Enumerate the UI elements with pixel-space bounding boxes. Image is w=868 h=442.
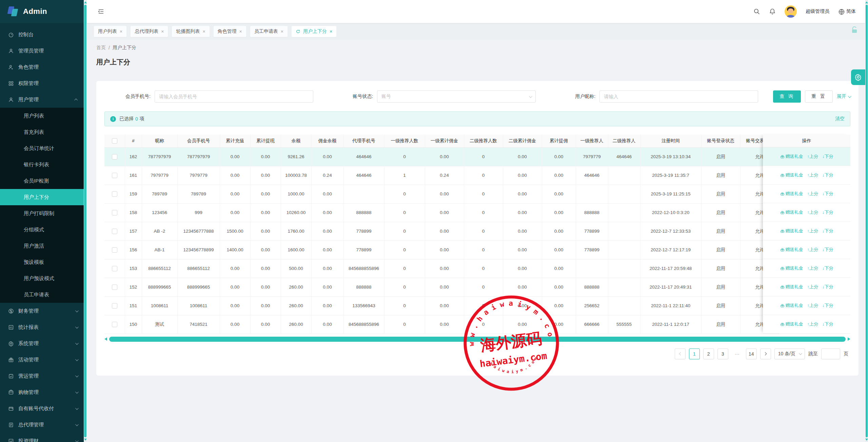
close-icon[interactable]: × bbox=[120, 29, 122, 34]
row-checkbox[interactable] bbox=[112, 210, 117, 215]
submenu-item-2[interactable]: 会员订单统计 bbox=[0, 140, 84, 156]
column-header[interactable]: 累计提佣 bbox=[542, 134, 576, 147]
account-status-select[interactable]: 账号 bbox=[377, 90, 536, 103]
current-user-name[interactable]: 超级管理员 bbox=[806, 8, 829, 15]
scroll-up-arrow-icon[interactable] bbox=[84, 1, 87, 3]
horizontal-scrollbar-thumb[interactable] bbox=[109, 337, 846, 342]
prev-page-button[interactable] bbox=[675, 349, 686, 359]
expand-button[interactable]: 展开 bbox=[837, 93, 850, 100]
page-scrollbar[interactable] bbox=[865, 0, 868, 442]
add-points-link[interactable]: ↑上分 bbox=[807, 321, 818, 327]
deduct-points-link[interactable]: ↓下分 bbox=[822, 209, 833, 215]
tab-0[interactable]: 用户列表× bbox=[94, 26, 127, 37]
add-points-link[interactable]: ↑上分 bbox=[807, 228, 818, 234]
tab-2[interactable]: 轮播图列表× bbox=[172, 26, 210, 37]
sidebar-item-1[interactable]: 管理员管理 bbox=[0, 43, 84, 59]
gift-bonus-link[interactable]: 赠送礼金 bbox=[780, 172, 803, 178]
column-header[interactable]: 二级累计佣金 bbox=[503, 134, 542, 147]
column-header[interactable]: 注册时间 bbox=[640, 134, 701, 147]
submenu-item-11[interactable]: 员工申请表 bbox=[0, 287, 84, 303]
gift-bonus-link[interactable]: 赠送礼金 bbox=[780, 284, 803, 290]
add-points-link[interactable]: ↑上分 bbox=[807, 153, 818, 160]
page-button-3[interactable]: 3 bbox=[717, 349, 728, 359]
add-points-link[interactable]: ↑上分 bbox=[807, 191, 818, 197]
scroll-down-arrow-icon[interactable] bbox=[865, 439, 868, 441]
row-checkbox[interactable] bbox=[112, 247, 117, 253]
gift-bonus-link[interactable]: 赠送礼金 bbox=[780, 265, 803, 271]
submenu-item-10[interactable]: 用户预设模式 bbox=[0, 270, 84, 287]
tab-5[interactable]: 用户上下分× bbox=[291, 26, 337, 37]
sidebar-scrollbar[interactable] bbox=[84, 0, 87, 442]
row-checkbox[interactable] bbox=[112, 191, 117, 197]
search-icon[interactable] bbox=[753, 8, 760, 15]
sidebar-scrollbar-thumb[interactable] bbox=[84, 5, 86, 437]
column-header[interactable]: 累计充值 bbox=[220, 134, 250, 147]
column-header[interactable]: 一级累计佣金 bbox=[425, 134, 464, 147]
horizontal-scrollbar[interactable] bbox=[104, 337, 850, 342]
deduct-points-link[interactable]: ↓下分 bbox=[822, 284, 833, 290]
gift-bonus-link[interactable]: 赠送礼金 bbox=[780, 191, 803, 197]
page-button-14[interactable]: 14 bbox=[746, 349, 757, 359]
column-header[interactable]: 二级推荐人 bbox=[608, 134, 640, 147]
add-points-link[interactable]: ↑上分 bbox=[807, 265, 818, 271]
user-avatar[interactable] bbox=[785, 5, 797, 18]
sidebar-item-11[interactable]: 自有账号代收付 bbox=[0, 400, 84, 417]
deduct-points-link[interactable]: ↓下分 bbox=[822, 302, 833, 309]
notification-bell-icon[interactable] bbox=[769, 8, 776, 15]
refresh-icon[interactable] bbox=[296, 29, 300, 34]
sidebar-item-3[interactable]: 权限管理 bbox=[0, 75, 84, 91]
nickname-input[interactable] bbox=[604, 94, 754, 99]
deduct-points-link[interactable]: ↓下分 bbox=[822, 265, 833, 271]
row-checkbox[interactable] bbox=[112, 322, 117, 327]
submenu-item-0[interactable]: 用户列表 bbox=[0, 108, 84, 124]
close-icon[interactable]: × bbox=[202, 29, 205, 34]
row-checkbox[interactable] bbox=[112, 173, 117, 178]
search-button[interactable]: 查 询 bbox=[773, 90, 801, 103]
breadcrumb-home[interactable]: 首页 bbox=[96, 45, 106, 51]
scroll-left-arrow-icon[interactable] bbox=[104, 337, 107, 341]
deduct-points-link[interactable]: ↓下分 bbox=[822, 247, 833, 253]
row-checkbox[interactable] bbox=[112, 266, 117, 271]
column-header[interactable]: 账号登录状态 bbox=[701, 134, 740, 147]
sidebar-collapse-icon[interactable] bbox=[98, 8, 104, 15]
close-icon[interactable]: × bbox=[281, 29, 283, 34]
add-points-link[interactable]: ↑上分 bbox=[807, 302, 818, 309]
submenu-item-7[interactable]: 分组模式 bbox=[0, 222, 84, 238]
member-phone-input[interactable] bbox=[159, 94, 309, 99]
column-header[interactable]: 佣金余额 bbox=[311, 134, 343, 147]
add-points-link[interactable]: ↑上分 bbox=[807, 284, 818, 290]
scroll-right-arrow-icon[interactable] bbox=[848, 337, 850, 341]
gift-bonus-link[interactable]: 赠送礼金 bbox=[780, 321, 803, 327]
column-header[interactable]: 会员手机号 bbox=[177, 134, 220, 147]
row-checkbox[interactable] bbox=[112, 229, 117, 234]
deduct-points-link[interactable]: ↓下分 bbox=[822, 153, 833, 160]
page-button-1[interactable]: 1 bbox=[689, 349, 700, 359]
column-header[interactable]: 一级推荐人数 bbox=[384, 134, 425, 147]
deduct-points-link[interactable]: ↓下分 bbox=[822, 191, 833, 197]
submenu-item-9[interactable]: 预设模板 bbox=[0, 254, 84, 270]
gift-bonus-link[interactable]: 赠送礼金 bbox=[780, 247, 803, 253]
sidebar-item-9[interactable]: 营运管理 bbox=[0, 368, 84, 384]
next-page-button[interactable] bbox=[760, 349, 771, 359]
deduct-points-link[interactable]: ↓下分 bbox=[822, 228, 833, 234]
submenu-item-4[interactable]: 会员IP检测 bbox=[0, 173, 84, 189]
add-points-link[interactable]: ↑上分 bbox=[807, 209, 818, 215]
submenu-item-3[interactable]: 银行卡列表 bbox=[0, 156, 84, 173]
column-header[interactable]: 累计提现 bbox=[250, 134, 281, 147]
tab-3[interactable]: 角色管理× bbox=[213, 26, 246, 37]
sidebar-item-13[interactable]: 投资理财 bbox=[0, 433, 84, 442]
lock-open-icon[interactable] bbox=[850, 26, 859, 34]
submenu-item-1[interactable]: 首充列表 bbox=[0, 124, 84, 140]
language-switcher[interactable]: 简体 bbox=[838, 8, 856, 15]
row-checkbox[interactable] bbox=[112, 285, 117, 290]
tab-1[interactable]: 总代理列表× bbox=[130, 26, 168, 37]
close-icon[interactable]: × bbox=[161, 29, 164, 34]
sidebar-item-6[interactable]: 统计报表 bbox=[0, 319, 84, 335]
scroll-down-arrow-icon[interactable] bbox=[84, 439, 87, 441]
column-header[interactable]: 一级推荐人 bbox=[576, 134, 608, 147]
sidebar-item-5[interactable]: 财务管理 bbox=[0, 303, 84, 319]
deduct-points-link[interactable]: ↓下分 bbox=[822, 321, 833, 327]
sidebar-item-0[interactable]: 控制台 bbox=[0, 26, 84, 43]
tab-4[interactable]: 员工申请表× bbox=[250, 26, 288, 37]
submenu-item-8[interactable]: 用户激活 bbox=[0, 238, 84, 254]
